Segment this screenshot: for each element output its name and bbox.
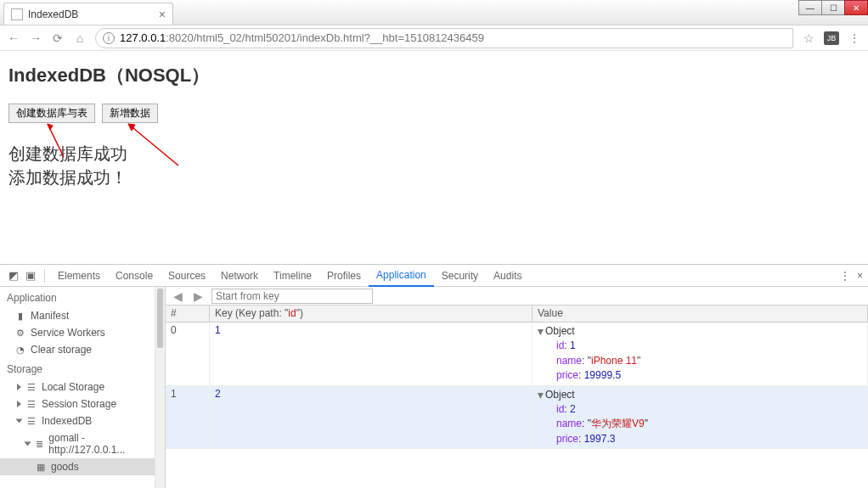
sidebar-clear-storage[interactable]: ◔Clear storage: [0, 341, 155, 358]
sidebar-session-storage[interactable]: ☰Session Storage: [0, 395, 155, 412]
table-icon: ▦: [36, 462, 46, 472]
document-icon: ▮: [15, 311, 25, 321]
col-value[interactable]: Value: [533, 306, 868, 322]
tab-timeline[interactable]: Timeline: [266, 265, 319, 287]
chevron-down-icon: [25, 442, 31, 446]
status-message-2: 添加数据成功！: [8, 165, 860, 189]
sidebar-manifest[interactable]: ▮Manifest: [0, 307, 155, 324]
grid-rows: 0 1 ▶Object id: 1 name: "iPhone 11" pric…: [166, 323, 868, 488]
reload-icon[interactable]: ⟳: [51, 31, 65, 45]
col-index[interactable]: #: [166, 306, 210, 322]
chevron-right-icon: [17, 401, 21, 407]
storage-icon: ☰: [26, 399, 37, 409]
status-message-1: 创建数据库成功: [8, 142, 860, 165]
store-controls: ◀ ▶: [166, 287, 868, 306]
more-icon[interactable]: ⋮: [840, 270, 850, 282]
tab-elements[interactable]: Elements: [50, 265, 108, 287]
menu-icon[interactable]: ⋮: [848, 31, 861, 45]
create-db-button[interactable]: 创建数据库与表: [8, 104, 95, 123]
gear-icon: ⚙: [15, 328, 25, 338]
tab-title: IndexedDB: [28, 8, 154, 20]
storage-icon: ☰: [26, 416, 37, 426]
tab-profiles[interactable]: Profiles: [319, 265, 369, 287]
browser-toolbar: ← → ⟳ ⌂ i 127.0.0.1:8020/html5_02/html50…: [0, 25, 868, 51]
chevron-right-icon: [17, 384, 21, 390]
forward-icon[interactable]: →: [29, 31, 42, 45]
chevron-down-icon: ▶: [535, 329, 546, 335]
storage-icon: ☰: [26, 382, 37, 392]
start-key-input[interactable]: [211, 289, 373, 304]
prev-page-icon[interactable]: ◀: [171, 289, 184, 303]
page-content: IndexedDB（NOSQL） 创建数据库与表 新增数据 创建数据库成功 添加…: [0, 51, 868, 201]
database-icon: ≣: [35, 439, 43, 449]
close-icon[interactable]: ×: [159, 8, 166, 21]
home-icon[interactable]: ⌂: [73, 31, 87, 45]
browser-titlebar: IndexedDB × — ☐ ✕: [0, 0, 868, 25]
address-bar[interactable]: i 127.0.0.1:8020/html5_02/html50201/inde…: [95, 28, 793, 48]
sidebar-scrollbar[interactable]: [155, 287, 165, 488]
value-cell[interactable]: ▶Object id: 1 name: "iPhone 11" price: 1…: [533, 323, 868, 385]
object-store-view: ◀ ▶ # Key (Key path: "id") Value 0 1 ▶Ob…: [166, 287, 868, 488]
page-heading: IndexedDB（NOSQL）: [8, 63, 860, 88]
database-icon: ◔: [15, 345, 25, 355]
file-icon: [11, 8, 23, 20]
close-button[interactable]: ✕: [844, 0, 868, 15]
grid-header: # Key (Key path: "id") Value: [166, 306, 868, 323]
sidebar-service-workers[interactable]: ⚙Service Workers: [0, 324, 155, 341]
maximize-button[interactable]: ☐: [821, 0, 845, 15]
window-controls: — ☐ ✕: [799, 0, 868, 15]
sidebar-store-goods[interactable]: ▦goods: [0, 458, 155, 475]
devtools-panel: ◩ ▣ Elements Console Sources Network Tim…: [0, 264, 868, 488]
application-sidebar: Application ▮Manifest ⚙Service Workers ◔…: [0, 287, 166, 488]
info-icon[interactable]: i: [103, 32, 115, 44]
star-icon[interactable]: ☆: [802, 31, 815, 45]
key-link[interactable]: 1: [215, 324, 221, 336]
add-data-button[interactable]: 新增数据: [102, 104, 158, 123]
devtools-tabs: ◩ ▣ Elements Console Sources Network Tim…: [0, 265, 868, 287]
table-row[interactable]: 0 1 ▶Object id: 1 name: "iPhone 11" pric…: [166, 323, 868, 386]
inspect-icon[interactable]: ◩: [5, 269, 22, 282]
tab-console[interactable]: Console: [108, 265, 161, 287]
tab-security[interactable]: Security: [434, 265, 486, 287]
tab-application[interactable]: Application: [369, 265, 434, 287]
table-row[interactable]: 1 2 ▶Object id: 2 name: "华为荣耀V9" price: …: [166, 386, 868, 450]
chevron-down-icon: ▶: [535, 393, 546, 399]
tab-audits[interactable]: Audits: [486, 265, 529, 287]
next-page-icon[interactable]: ▶: [191, 289, 205, 303]
url-host: 127.0.0.1: [120, 31, 166, 44]
tab-network[interactable]: Network: [213, 265, 266, 287]
value-cell[interactable]: ▶Object id: 2 name: "华为荣耀V9" price: 1997…: [533, 386, 868, 449]
extension-icon[interactable]: JB: [824, 31, 839, 45]
back-icon[interactable]: ←: [7, 31, 20, 45]
minimize-button[interactable]: —: [798, 0, 822, 15]
browser-tab[interactable]: IndexedDB ×: [3, 3, 173, 25]
chevron-down-icon: [16, 419, 23, 423]
sidebar-db-gomall[interactable]: ≣gomall - http://127.0.0.1...: [0, 429, 155, 458]
url-path: :8020/html5_02/html50201/indexDb.html?__…: [166, 31, 484, 44]
col-key[interactable]: Key (Key path: "id"): [210, 306, 533, 322]
tab-sources[interactable]: Sources: [161, 265, 213, 287]
sidebar-local-storage[interactable]: ☰Local Storage: [0, 379, 155, 395]
sidebar-indexeddb[interactable]: ☰IndexedDB: [0, 412, 155, 429]
device-icon[interactable]: ▣: [22, 269, 39, 282]
key-link[interactable]: 2: [215, 388, 221, 400]
section-storage: Storage: [0, 358, 155, 379]
section-application: Application: [0, 287, 155, 307]
close-devtools-icon[interactable]: ×: [857, 270, 863, 282]
